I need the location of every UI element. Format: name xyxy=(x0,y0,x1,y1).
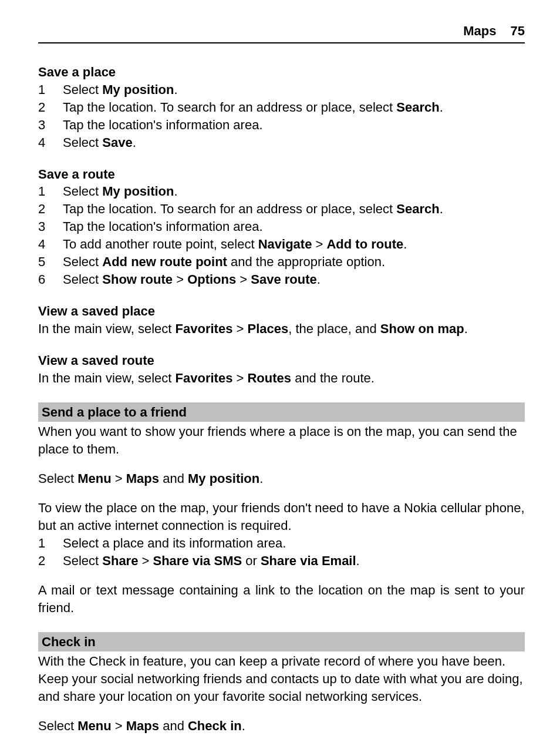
step: Select My position. xyxy=(38,81,525,99)
text: > xyxy=(236,272,251,287)
paragraph: Select Menu > Maps and My position. xyxy=(38,470,525,488)
text: and the appropriate option. xyxy=(227,254,385,269)
bold: Show route xyxy=(102,272,173,287)
bold: Add new route point xyxy=(102,254,227,269)
text: In the main view, select xyxy=(38,371,176,385)
text: . xyxy=(317,272,321,287)
section-check-in: With the Check in feature, you can keep … xyxy=(38,653,525,735)
bold: Favorites xyxy=(176,371,233,385)
section-title-send-friend: Send a place to a friend xyxy=(38,402,525,422)
header-title: Maps xyxy=(463,23,496,38)
text: > xyxy=(173,272,187,287)
text: , the place, and xyxy=(288,321,380,336)
step: Tap the location. To search for an addre… xyxy=(38,200,525,218)
section-view-saved-route: View a saved route In the main view, sel… xyxy=(38,352,525,387)
text: > xyxy=(138,553,153,568)
text: Select xyxy=(63,272,102,287)
step: Tap the location's information area. xyxy=(38,218,525,236)
section-save-a-route: Save a route Select My position. Tap the… xyxy=(38,166,525,288)
text: Select xyxy=(63,184,102,199)
bold: Search xyxy=(396,100,439,115)
text: Select xyxy=(38,471,77,486)
section-save-a-place: Save a place Select My position. Tap the… xyxy=(38,63,525,152)
manual-page: Maps 75 Save a place Select My position.… xyxy=(0,0,560,739)
bold: Share via Email xyxy=(261,553,356,568)
text: > xyxy=(112,471,126,486)
text: . xyxy=(174,184,177,199)
text: and xyxy=(159,718,188,733)
section-title: Save a route xyxy=(38,166,525,183)
text: Select a place and its information area. xyxy=(63,536,286,550)
bold: Share xyxy=(102,553,138,568)
step: Select Share > Share via SMS or Share vi… xyxy=(38,552,525,570)
step: Select My position. xyxy=(38,183,525,200)
paragraph: In the main view, select Favorites > Rou… xyxy=(38,370,525,387)
bold: Menu xyxy=(77,718,111,733)
bold: Options xyxy=(187,272,236,287)
text: > xyxy=(232,321,247,336)
bold: Favorites xyxy=(176,321,233,336)
text: Select xyxy=(63,553,102,568)
text: Select xyxy=(63,254,102,269)
steps-list: Select My position. Tap the location. To… xyxy=(38,81,525,152)
paragraph: With the Check in feature, you can keep … xyxy=(38,653,525,706)
text: . xyxy=(174,82,177,97)
text: and the route. xyxy=(291,371,375,385)
section-title: View a saved route xyxy=(38,352,525,370)
bold: Share via SMS xyxy=(153,553,242,568)
step: Tap the location. To search for an addre… xyxy=(38,99,525,116)
steps-list: Select My position. Tap the location. To… xyxy=(38,183,525,288)
section-send-friend: When you want to show your friends where… xyxy=(38,423,525,616)
bold: Maps xyxy=(126,718,159,733)
text: > xyxy=(312,237,326,251)
text: > xyxy=(112,718,126,733)
bold: Menu xyxy=(77,471,111,486)
bold: Check in xyxy=(188,718,242,733)
running-header: Maps 75 xyxy=(38,23,525,43)
text: . xyxy=(133,135,136,150)
text: . xyxy=(242,718,245,733)
section-title-check-in: Check in xyxy=(38,632,525,652)
bold: My position xyxy=(102,184,174,199)
paragraph: Select Menu > Maps and Check in. xyxy=(38,717,525,735)
text: . xyxy=(259,471,263,486)
text: Select xyxy=(38,718,77,733)
text: Select xyxy=(63,82,102,97)
bold: Show on map xyxy=(380,321,464,336)
text: Tap the location. To search for an addre… xyxy=(63,201,396,216)
paragraph: A mail or text message containing a link… xyxy=(38,582,525,617)
step: Select Save. xyxy=(38,134,525,152)
step: Select Add new route point and the appro… xyxy=(38,253,525,271)
section-title: Save a place xyxy=(38,63,525,81)
bold: Places xyxy=(247,321,288,336)
text: In the main view, select xyxy=(38,321,176,336)
text: . xyxy=(464,321,468,336)
bold: Routes xyxy=(247,371,291,385)
bold: My position xyxy=(188,471,259,486)
step: Select Show route > Options > Save route… xyxy=(38,271,525,288)
text: and xyxy=(159,471,188,486)
section-title: View a saved place xyxy=(38,303,525,320)
text: or xyxy=(242,553,261,568)
text: To add another route point, select xyxy=(63,237,258,251)
text: Tap the location's information area. xyxy=(63,117,263,132)
bold: Save xyxy=(102,135,132,150)
bold: Maps xyxy=(126,471,159,486)
text: Tap the location. To search for an addre… xyxy=(63,100,396,115)
bold: Add to route xyxy=(326,237,403,251)
step: To add another route point, select Navig… xyxy=(38,236,525,253)
text: . xyxy=(440,100,443,115)
bold: My position xyxy=(102,82,174,97)
text: . xyxy=(440,201,443,216)
steps-list: Select a place and its information area.… xyxy=(38,535,525,570)
bold: Navigate xyxy=(258,237,312,251)
page-number: 75 xyxy=(511,23,525,38)
text: Select xyxy=(63,135,102,150)
section-view-saved-place: View a saved place In the main view, sel… xyxy=(38,303,525,338)
text: Tap the location's information area. xyxy=(63,219,263,234)
paragraph: In the main view, select Favorites > Pla… xyxy=(38,320,525,338)
text: . xyxy=(356,553,360,568)
paragraph: When you want to show your friends where… xyxy=(38,423,525,458)
step: Select a place and its information area. xyxy=(38,535,525,552)
paragraph: To view the place on the map, your frien… xyxy=(38,499,525,535)
